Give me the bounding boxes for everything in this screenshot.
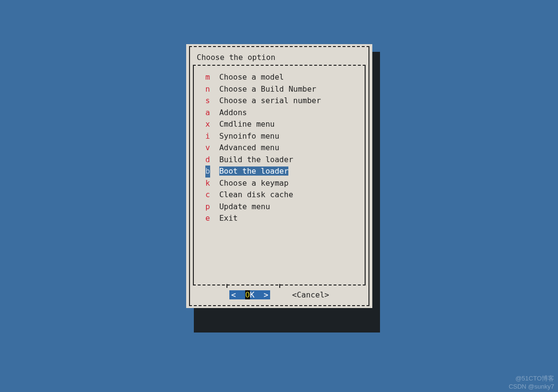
- menu-item-m[interactable]: m Choose a model: [205, 71, 361, 83]
- menu-item-c[interactable]: c Clean disk cache: [205, 189, 361, 201]
- menu-item-label: Cmdline menu: [214, 119, 274, 129]
- dialog-title: Choose the option: [186, 47, 372, 65]
- menu-item-label: Addons: [214, 108, 247, 117]
- menu-item-key: v: [205, 142, 210, 154]
- menu-item-d[interactable]: d Build the loader: [205, 154, 361, 166]
- menu-item-key: k: [205, 178, 210, 190]
- watermark-line-2: CSDN @sunky7: [509, 383, 554, 391]
- watermark-line-1: @51CTO博客: [509, 375, 554, 383]
- scroll-tick-left: [226, 284, 227, 288]
- menu-item-label: Exit: [214, 214, 237, 223]
- menu-item-b[interactable]: b Boot the loader: [205, 166, 361, 178]
- menu-border: m Choose a modeln Choose a Build Numbers…: [193, 65, 366, 285]
- menu-item-p[interactable]: p Update menu: [205, 201, 361, 213]
- ok-button-left: <: [231, 290, 245, 299]
- menu-item-key: x: [205, 119, 210, 131]
- scroll-tick: [279, 284, 280, 288]
- menu-item-label: Build the loader: [214, 155, 293, 164]
- menu-item-key: c: [205, 189, 210, 201]
- menu-item-key: d: [205, 154, 210, 166]
- menu-item-label: Choose a Build Number: [214, 84, 316, 94]
- menu-item-label: Clean disk cache: [214, 190, 293, 199]
- menu-list: m Choose a modeln Choose a Build Numbers…: [198, 71, 361, 225]
- menu-item-label: Update menu: [214, 202, 270, 211]
- menu-item-v[interactable]: v Advanced menu: [205, 142, 361, 154]
- menu-item-e[interactable]: e Exit: [205, 213, 361, 225]
- menu-item-key: p: [205, 201, 210, 213]
- menu-item-n[interactable]: n Choose a Build Number: [205, 83, 361, 95]
- ok-button-rest: K >: [250, 290, 269, 299]
- menu-item-label: Choose a model: [214, 72, 284, 82]
- menu-item-s[interactable]: s Choose a serial number: [205, 95, 361, 107]
- menu-item-key: a: [205, 107, 210, 119]
- menu-item-key: e: [205, 213, 210, 225]
- dialog-wrapper: Choose the option m Choose a modeln Choo…: [186, 44, 372, 308]
- menu-item-label: Synoinfo menu: [214, 131, 279, 141]
- menu-item-key: s: [205, 95, 210, 107]
- menu-item-key: n: [205, 83, 210, 95]
- ok-button-hotkey: O: [245, 290, 250, 299]
- menu-item-label: Boot the loader: [219, 166, 289, 176]
- button-row: < OK > <Cancel>: [186, 285, 372, 305]
- menu-item-a[interactable]: a Addons: [205, 107, 361, 119]
- menu-item-key: b: [205, 166, 210, 178]
- menu-item-key: m: [205, 71, 210, 83]
- menu-item-key: i: [205, 131, 210, 143]
- menu-item-label: Choose a keymap: [214, 178, 288, 188]
- menu-item-label: Choose a serial number: [214, 96, 321, 105]
- menu-item-label: Advanced menu: [214, 143, 279, 152]
- cancel-button[interactable]: <Cancel>: [292, 290, 329, 299]
- ok-button[interactable]: < OK >: [229, 290, 270, 299]
- menu-item-k[interactable]: k Choose a keymap: [205, 178, 361, 190]
- dialog: Choose the option m Choose a modeln Choo…: [186, 44, 372, 308]
- menu-item-i[interactable]: i Synoinfo menu: [205, 131, 361, 143]
- menu-item-x[interactable]: x Cmdline menu: [205, 119, 361, 131]
- watermark: @51CTO博客 CSDN @sunky7: [509, 375, 554, 391]
